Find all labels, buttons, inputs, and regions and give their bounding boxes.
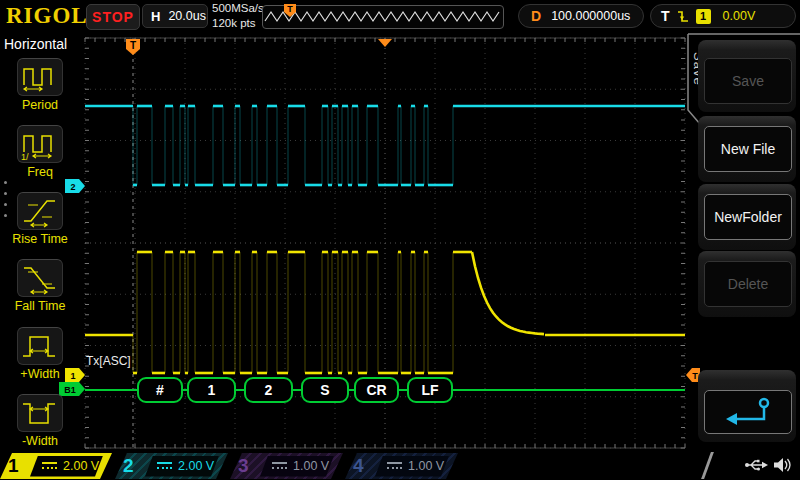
dc-coupling-icon (387, 461, 402, 471)
run-state-badge: STOP (86, 4, 140, 30)
menu-item-period[interactable]: Period (0, 58, 80, 112)
bus-waveform: #12SCRLF (85, 378, 685, 402)
channel-4-number: 4 (353, 455, 364, 477)
save-button[interactable]: Save (704, 58, 792, 104)
svg-text:#: # (156, 382, 164, 398)
falling-edge-icon (676, 9, 690, 24)
usb-icon (744, 457, 768, 473)
markers: T21B1T (59, 39, 700, 396)
waveform-display: #12SCRLFT21B1T (0, 0, 800, 480)
sample-rate: 500MSa/s (212, 1, 264, 16)
bus-decode-box (188, 378, 235, 402)
overview-zigzag (263, 6, 501, 26)
new-file-button[interactable]: New File (704, 126, 792, 172)
new-folder-button[interactable]: NewFolder (704, 194, 792, 240)
svg-text:1: 1 (208, 382, 216, 398)
plus-width-icon (20, 329, 60, 363)
period-button[interactable] (17, 58, 63, 96)
fall-time-label: Fall Time (0, 299, 80, 313)
dc-coupling-icon (42, 461, 57, 471)
svg-text:1/: 1/ (21, 152, 29, 161)
horizontal-scale-value: 20.0us (168, 9, 206, 23)
delay-value: 100.000000us (551, 9, 630, 23)
plus-width-button[interactable] (17, 327, 63, 365)
freq-label: Freq (0, 165, 80, 179)
trigger-level-value: 0.00V (723, 9, 756, 23)
waveform-overview-bar[interactable] (262, 5, 504, 29)
period-label: Period (0, 98, 80, 112)
svg-text:2: 2 (70, 182, 75, 192)
center-marker-icon (378, 39, 392, 47)
oscilloscope-screen: { "colors":{"yellow":"#e8e000","cyan":"#… (0, 0, 800, 480)
channel-4-scale: 1.00 V (408, 459, 444, 473)
trigger-status-badge: T 1 0.00V (650, 4, 796, 28)
horizontal-scale-badge: H 20.0us (142, 4, 208, 28)
graticule (85, 38, 685, 448)
svg-text:2: 2 (265, 382, 273, 398)
svg-text:B1: B1 (64, 385, 76, 395)
bus-decode-box (408, 378, 452, 402)
menu-item-rise-time[interactable]: Rise Time (0, 192, 80, 246)
channel-3-scale: 1.00 V (293, 459, 329, 473)
plus-width-label: +Width (0, 367, 80, 381)
bus-decode-box (355, 378, 398, 402)
bus-decode-box (138, 378, 182, 402)
menu-item-minus-width[interactable]: -Width (0, 394, 80, 448)
fall-time-button[interactable] (17, 259, 63, 297)
svg-text:S: S (320, 382, 329, 398)
bus-decode-box (302, 378, 348, 402)
return-button[interactable] (704, 390, 792, 434)
ch1-waveform (85, 252, 685, 373)
dc-coupling-icon (157, 461, 172, 471)
acquisition-info: 500MSa/s 120k pts (212, 1, 264, 31)
svg-text:T: T (130, 40, 136, 51)
svg-text:LF: LF (421, 382, 439, 398)
horizontal-scale-label: H (151, 9, 160, 24)
freq-button[interactable]: 1/ (17, 125, 63, 163)
channel-2-badge[interactable]: 2 2.00 V (115, 453, 228, 479)
minus-width-button[interactable] (17, 394, 63, 432)
freq-icon: 1/ (20, 127, 60, 161)
channel-2-number: 2 (123, 455, 134, 477)
speaker-icon (772, 456, 792, 474)
rise-time-icon (20, 194, 60, 228)
channel-1-number: 1 (8, 455, 19, 477)
channel-1-badge[interactable]: 1 2.00 V (0, 453, 112, 479)
channel-4-badge[interactable]: 4 1.00 V (345, 453, 458, 479)
return-arrow-icon (718, 394, 778, 430)
memory-depth: 120k pts (212, 16, 264, 31)
menu-item-freq[interactable]: 1/ Freq (0, 125, 80, 179)
fall-time-icon (20, 261, 60, 295)
delete-button[interactable]: Delete (704, 261, 792, 307)
rigol-logo: RIGOL (6, 3, 88, 29)
channel-1-scale: 2.00 V (63, 459, 99, 473)
minus-width-label: -Width (0, 434, 80, 448)
channel-2-scale: 2.00 V (178, 459, 214, 473)
ch2-waveform (85, 106, 685, 185)
rise-time-label: Rise Time (0, 232, 80, 246)
trigger-source-badge: 1 (696, 9, 711, 24)
menu-page-indicator (4, 181, 7, 217)
minus-width-icon (20, 396, 60, 430)
trigger-delay-badge: D 100.000000us (518, 4, 644, 28)
menu-item-fall-time[interactable]: Fall Time (0, 259, 80, 313)
channel-3-number: 3 (238, 455, 249, 477)
ch2-ground-marker-icon (65, 179, 85, 193)
delay-label: D (531, 8, 541, 24)
menu-item-plus-width[interactable]: +Width (0, 327, 80, 381)
status-divider (701, 452, 714, 479)
trigger-position-marker-icon (126, 39, 140, 55)
bus-decode-label: Tx[ASC] (86, 354, 131, 368)
trigger-label: T (661, 8, 670, 24)
left-menu-title: Horizontal (4, 36, 67, 52)
channel-3-badge[interactable]: 3 1.00 V (230, 453, 343, 479)
period-icon (20, 60, 60, 94)
rise-time-button[interactable] (17, 192, 63, 230)
bus-decode-box (245, 378, 292, 402)
dc-coupling-icon (272, 461, 287, 471)
svg-text:CR: CR (366, 382, 386, 398)
